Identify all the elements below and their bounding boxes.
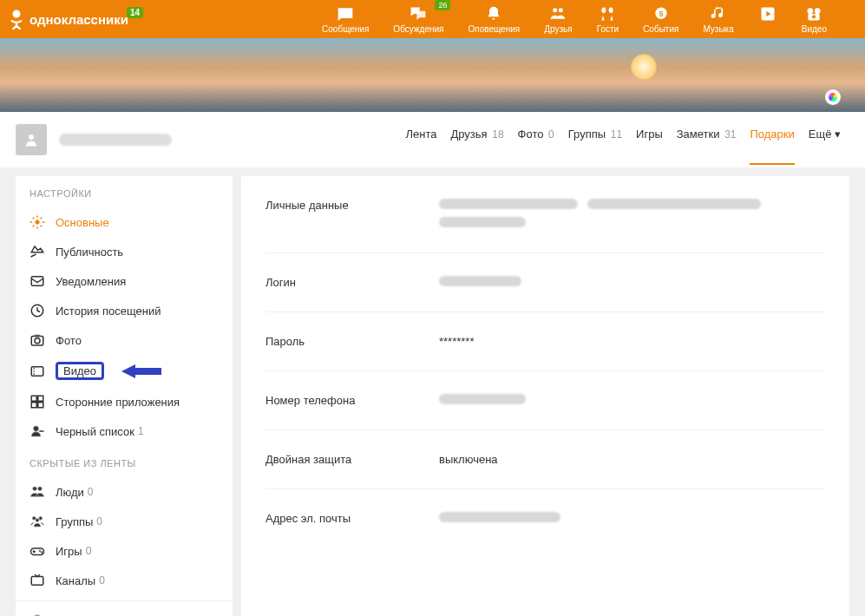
- settings-row[interactable]: Личные данные: [265, 176, 825, 253]
- apps-icon: [29, 394, 45, 410]
- svg-point-28: [32, 516, 36, 520]
- nav-events[interactable]: 5События: [631, 2, 691, 37]
- nav-discussions[interactable]: 26Обсуждения: [381, 2, 455, 37]
- settings-label: Двойная защита: [265, 453, 439, 466]
- settings-value-cell: [439, 512, 825, 525]
- sidebar-item-label: Сторонние приложения: [56, 396, 180, 409]
- close-profile[interactable]: Закрыть профиль: [16, 600, 233, 616]
- tab-count: 18: [492, 128, 503, 141]
- svg-point-18: [34, 368, 36, 370]
- music-icon: [709, 5, 728, 23]
- settings-label: Личные данные: [265, 199, 439, 230]
- profile-bar: ЛентаДрузья 18Фото 0Группы 11ИгрыЗаметки…: [0, 112, 865, 167]
- settings-row[interactable]: Пароль********: [265, 312, 825, 371]
- settings-row[interactable]: Адрес эл. почты: [265, 489, 825, 547]
- sidebar-item-hidden-groups[interactable]: Группы0: [16, 507, 233, 536]
- nav-label: Видео: [802, 24, 827, 34]
- sidebar-item-privacy[interactable]: Публичность: [16, 237, 233, 266]
- settings-value-cell: [439, 199, 825, 230]
- svg-rect-21: [31, 396, 36, 401]
- nav-friends[interactable]: Друзья: [532, 2, 584, 37]
- svg-rect-23: [31, 403, 36, 408]
- svg-point-6: [808, 8, 814, 14]
- content: НАСТРОЙКИ ОсновныеПубличностьУведомления…: [0, 167, 865, 616]
- svg-point-33: [41, 551, 43, 553]
- privacy-icon: [29, 244, 45, 259]
- header-badge: 14: [127, 7, 143, 18]
- sidebar-item-photo-settings[interactable]: Фото: [16, 325, 233, 355]
- sidebar-item-label: Черный список: [56, 425, 134, 438]
- settings-row[interactable]: Логин: [265, 253, 825, 312]
- nav-label: Гости: [597, 24, 619, 34]
- sidebar-item-count: 1: [138, 425, 144, 437]
- tab-Друзья[interactable]: Друзья 18: [450, 128, 503, 153]
- username-redacted: [59, 134, 172, 146]
- sidebar-item-apps[interactable]: Сторонние приложения: [16, 387, 233, 416]
- sidebar-item-label: Публичность: [56, 246, 123, 259]
- settings-row[interactable]: Номер телефона: [265, 371, 825, 430]
- theme-picker-icon[interactable]: [825, 89, 841, 105]
- nav-messages[interactable]: Сообщения: [310, 2, 381, 37]
- logo[interactable]: одноклассники 14: [9, 9, 145, 29]
- sidebar-item-label: Видео: [56, 362, 104, 380]
- history-icon: [29, 303, 45, 318]
- svg-point-25: [34, 426, 39, 431]
- svg-point-11: [36, 220, 40, 225]
- tab-label: Игры: [636, 128, 663, 141]
- sidebar-item-hidden-games[interactable]: Игры0: [16, 536, 233, 566]
- nav-play[interactable]: [746, 2, 790, 37]
- sidebar-item-hidden-people[interactable]: Люди0: [16, 477, 233, 507]
- svg-rect-24: [38, 403, 43, 408]
- sidebar-item-hidden-channels[interactable]: Каналы0: [16, 566, 233, 595]
- tab-Заметки[interactable]: Заметки 31: [677, 128, 737, 153]
- nav-video[interactable]: Видео: [790, 2, 839, 37]
- brand-text: одноклассники: [29, 12, 128, 27]
- nav-label: Сообщения: [322, 24, 369, 34]
- tab-label: Ещё ▾: [809, 128, 841, 141]
- tab-label: Заметки: [677, 128, 720, 141]
- settings-row[interactable]: Двойная защитавыключена: [265, 430, 825, 489]
- sidebar-item-general[interactable]: Основные: [16, 207, 233, 237]
- sidebar-item-count: 0: [96, 515, 102, 528]
- sidebar-item-label: История посещений: [56, 305, 161, 318]
- settings-label: Номер телефона: [265, 394, 439, 407]
- tab-Ещё ▾[interactable]: Ещё ▾: [809, 128, 841, 153]
- tab-Фото[interactable]: Фото 0: [518, 128, 554, 153]
- tab-count: 0: [548, 128, 554, 141]
- svg-point-15: [35, 338, 40, 344]
- svg-rect-34: [31, 577, 43, 586]
- top-header: одноклассники 14 Сообщения26ОбсужденияОп…: [0, 0, 865, 38]
- events-icon: 5: [652, 5, 671, 23]
- svg-point-32: [39, 550, 41, 552]
- settings-label: Адрес эл. почты: [265, 512, 439, 525]
- tab-Подарки[interactable]: Подарки: [750, 128, 794, 165]
- svg-point-1: [554, 8, 558, 12]
- avatar[interactable]: [16, 124, 47, 155]
- notifications-icon: [484, 5, 503, 23]
- notifications-settings-icon: [29, 273, 45, 289]
- profile-tabs: ЛентаДрузья 18Фото 0Группы 11ИгрыЗаметки…: [405, 128, 849, 153]
- svg-rect-12: [31, 277, 43, 286]
- hidden-groups-icon: [29, 514, 45, 529]
- sidebar-item-blacklist[interactable]: Черный список1: [16, 416, 233, 446]
- sidebar-item-notifications-settings[interactable]: Уведомления: [16, 266, 233, 296]
- sidebar-item-label: Люди: [56, 486, 84, 499]
- friends-icon: [548, 5, 567, 23]
- user-icon: [23, 132, 39, 147]
- tab-count: 11: [611, 128, 622, 141]
- sidebar-item-label: Группы: [56, 515, 93, 528]
- tab-Лента[interactable]: Лента: [405, 128, 436, 153]
- nav-notifications[interactable]: Оповещения: [455, 2, 532, 37]
- nav-music[interactable]: Музыка: [691, 2, 745, 37]
- sidebar-item-history[interactable]: История посещений: [16, 296, 233, 325]
- nav-badge: 26: [435, 0, 450, 10]
- tab-Группы[interactable]: Группы 11: [568, 128, 622, 153]
- tab-Игры[interactable]: Игры: [636, 128, 663, 153]
- sidebar-item-label: Игры: [56, 545, 82, 558]
- nav-label: Оповещения: [468, 24, 520, 34]
- nav-label: События: [643, 24, 678, 34]
- sidebar-item-video-settings[interactable]: Видео: [16, 355, 233, 387]
- nav-guests[interactable]: Гости: [585, 2, 631, 37]
- settings-main: Личные данные ЛогинПароль********Номер т…: [241, 176, 849, 616]
- settings-value: выключена: [439, 453, 498, 466]
